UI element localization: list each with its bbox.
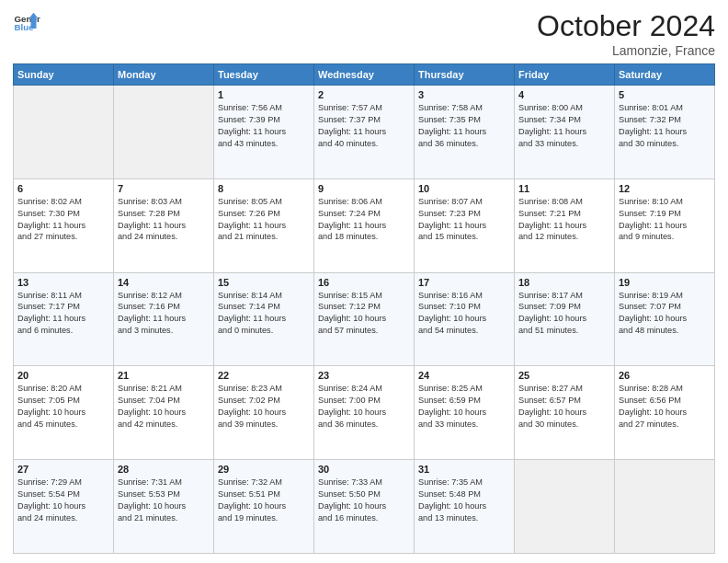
day-number: 28 (118, 464, 210, 475)
day-cell (14, 86, 114, 179)
month-title: October 2024 (537, 9, 715, 43)
day-info: Sunrise: 8:00 AM Sunset: 7:34 PM Dayligh… (518, 102, 610, 150)
day-number: 1 (218, 89, 310, 100)
day-number: 24 (418, 370, 510, 381)
day-info: Sunrise: 7:33 AM Sunset: 5:50 PM Dayligh… (318, 477, 410, 524)
day-info: Sunrise: 8:25 AM Sunset: 6:59 PM Dayligh… (418, 383, 510, 431)
day-number: 14 (118, 277, 210, 288)
day-number: 2 (318, 89, 410, 100)
day-info: Sunrise: 8:11 AM Sunset: 7:17 PM Dayligh… (17, 290, 109, 338)
day-cell: 13Sunrise: 8:11 AM Sunset: 7:17 PM Dayli… (14, 272, 114, 366)
day-number: 27 (17, 464, 109, 475)
day-info: Sunrise: 8:08 AM Sunset: 7:21 PM Dayligh… (518, 196, 610, 244)
day-cell: 22Sunrise: 8:23 AM Sunset: 7:02 PM Dayli… (214, 366, 314, 460)
day-number: 7 (118, 183, 210, 194)
week-row-3: 13Sunrise: 8:11 AM Sunset: 7:17 PM Dayli… (14, 272, 715, 366)
day-info: Sunrise: 8:21 AM Sunset: 7:04 PM Dayligh… (118, 383, 210, 431)
day-cell: 5Sunrise: 8:01 AM Sunset: 7:32 PM Daylig… (615, 86, 715, 179)
day-info: Sunrise: 8:12 AM Sunset: 7:16 PM Dayligh… (118, 290, 210, 338)
day-cell: 7Sunrise: 8:03 AM Sunset: 7:28 PM Daylig… (114, 178, 214, 272)
day-number: 20 (17, 370, 109, 381)
calendar-header-row: Sunday Monday Tuesday Wednesday Thursday… (14, 64, 715, 86)
col-tuesday: Tuesday (214, 64, 314, 86)
day-cell: 28Sunrise: 7:31 AM Sunset: 5:53 PM Dayli… (114, 460, 214, 554)
day-info: Sunrise: 7:56 AM Sunset: 7:39 PM Dayligh… (218, 102, 310, 150)
col-monday: Monday (114, 64, 214, 86)
day-info: Sunrise: 8:16 AM Sunset: 7:10 PM Dayligh… (418, 290, 510, 338)
day-number: 3 (418, 89, 510, 100)
col-friday: Friday (515, 64, 615, 86)
day-cell: 15Sunrise: 8:14 AM Sunset: 7:14 PM Dayli… (214, 272, 314, 366)
day-number: 25 (518, 370, 610, 381)
day-info: Sunrise: 7:35 AM Sunset: 5:48 PM Dayligh… (418, 477, 510, 524)
day-cell: 20Sunrise: 8:20 AM Sunset: 7:05 PM Dayli… (14, 366, 114, 460)
day-number: 8 (218, 183, 310, 194)
day-cell: 16Sunrise: 8:15 AM Sunset: 7:12 PM Dayli… (314, 272, 415, 366)
day-info: Sunrise: 7:32 AM Sunset: 5:51 PM Dayligh… (218, 477, 310, 524)
day-info: Sunrise: 8:10 AM Sunset: 7:19 PM Dayligh… (619, 196, 711, 244)
day-cell (515, 460, 615, 554)
week-row-2: 6Sunrise: 8:02 AM Sunset: 7:30 PM Daylig… (14, 178, 715, 272)
day-cell: 24Sunrise: 8:25 AM Sunset: 6:59 PM Dayli… (415, 366, 515, 460)
day-number: 30 (318, 464, 410, 475)
day-number: 23 (318, 370, 410, 381)
calendar-table: Sunday Monday Tuesday Wednesday Thursday… (13, 63, 715, 554)
day-info: Sunrise: 7:58 AM Sunset: 7:35 PM Dayligh… (418, 102, 510, 150)
location: Lamonzie, France (537, 43, 715, 58)
week-row-4: 20Sunrise: 8:20 AM Sunset: 7:05 PM Dayli… (14, 366, 715, 460)
day-number: 18 (518, 277, 610, 288)
week-row-5: 27Sunrise: 7:29 AM Sunset: 5:54 PM Dayli… (14, 460, 715, 554)
day-number: 5 (619, 89, 711, 100)
day-cell: 17Sunrise: 8:16 AM Sunset: 7:10 PM Dayli… (415, 272, 515, 366)
day-info: Sunrise: 8:27 AM Sunset: 6:57 PM Dayligh… (518, 383, 610, 431)
day-info: Sunrise: 8:15 AM Sunset: 7:12 PM Dayligh… (318, 290, 410, 338)
day-number: 11 (518, 183, 610, 194)
day-cell: 1Sunrise: 7:56 AM Sunset: 7:39 PM Daylig… (214, 86, 314, 179)
day-info: Sunrise: 8:14 AM Sunset: 7:14 PM Dayligh… (218, 290, 310, 338)
col-wednesday: Wednesday (314, 64, 415, 86)
col-thursday: Thursday (415, 64, 515, 86)
day-cell: 23Sunrise: 8:24 AM Sunset: 7:00 PM Dayli… (314, 366, 415, 460)
day-cell: 19Sunrise: 8:19 AM Sunset: 7:07 PM Dayli… (615, 272, 715, 366)
day-info: Sunrise: 8:06 AM Sunset: 7:24 PM Dayligh… (318, 196, 410, 244)
day-cell: 18Sunrise: 8:17 AM Sunset: 7:09 PM Dayli… (515, 272, 615, 366)
header: General Blue October 2024 Lamonzie, Fran… (13, 9, 715, 58)
day-cell (114, 86, 214, 179)
day-number: 9 (318, 183, 410, 194)
day-cell: 4Sunrise: 8:00 AM Sunset: 7:34 PM Daylig… (515, 86, 615, 179)
day-info: Sunrise: 8:02 AM Sunset: 7:30 PM Dayligh… (17, 196, 109, 244)
day-cell: 9Sunrise: 8:06 AM Sunset: 7:24 PM Daylig… (314, 178, 415, 272)
day-number: 16 (318, 277, 410, 288)
day-info: Sunrise: 8:23 AM Sunset: 7:02 PM Dayligh… (218, 383, 310, 431)
day-number: 31 (418, 464, 510, 475)
day-number: 22 (218, 370, 310, 381)
day-number: 13 (17, 277, 109, 288)
day-cell: 29Sunrise: 7:32 AM Sunset: 5:51 PM Dayli… (214, 460, 314, 554)
day-cell: 27Sunrise: 7:29 AM Sunset: 5:54 PM Dayli… (14, 460, 114, 554)
day-info: Sunrise: 7:31 AM Sunset: 5:53 PM Dayligh… (118, 477, 210, 524)
week-row-1: 1Sunrise: 7:56 AM Sunset: 7:39 PM Daylig… (14, 86, 715, 179)
day-cell: 21Sunrise: 8:21 AM Sunset: 7:04 PM Dayli… (114, 366, 214, 460)
day-cell: 25Sunrise: 8:27 AM Sunset: 6:57 PM Dayli… (515, 366, 615, 460)
day-info: Sunrise: 8:28 AM Sunset: 6:56 PM Dayligh… (619, 383, 711, 431)
day-info: Sunrise: 8:01 AM Sunset: 7:32 PM Dayligh… (619, 102, 711, 150)
day-info: Sunrise: 8:05 AM Sunset: 7:26 PM Dayligh… (218, 196, 310, 244)
day-cell: 30Sunrise: 7:33 AM Sunset: 5:50 PM Dayli… (314, 460, 415, 554)
day-number: 10 (418, 183, 510, 194)
day-info: Sunrise: 8:19 AM Sunset: 7:07 PM Dayligh… (619, 290, 711, 338)
day-cell: 14Sunrise: 8:12 AM Sunset: 7:16 PM Dayli… (114, 272, 214, 366)
day-info: Sunrise: 8:20 AM Sunset: 7:05 PM Dayligh… (17, 383, 109, 431)
logo-icon: General Blue (13, 9, 40, 37)
day-info: Sunrise: 7:29 AM Sunset: 5:54 PM Dayligh… (17, 477, 109, 524)
col-saturday: Saturday (615, 64, 715, 86)
day-number: 12 (619, 183, 711, 194)
title-block: October 2024 Lamonzie, France (537, 9, 715, 58)
day-cell: 2Sunrise: 7:57 AM Sunset: 7:37 PM Daylig… (314, 86, 415, 179)
day-cell: 11Sunrise: 8:08 AM Sunset: 7:21 PM Dayli… (515, 178, 615, 272)
day-number: 15 (218, 277, 310, 288)
day-info: Sunrise: 8:24 AM Sunset: 7:00 PM Dayligh… (318, 383, 410, 431)
day-info: Sunrise: 8:17 AM Sunset: 7:09 PM Dayligh… (518, 290, 610, 338)
day-number: 17 (418, 277, 510, 288)
day-number: 26 (619, 370, 711, 381)
day-info: Sunrise: 7:57 AM Sunset: 7:37 PM Dayligh… (318, 102, 410, 150)
